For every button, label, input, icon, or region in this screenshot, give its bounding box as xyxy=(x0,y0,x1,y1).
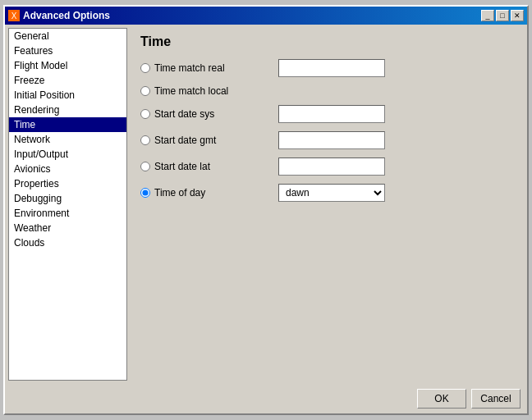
input-start-date-sys[interactable] xyxy=(278,105,385,123)
form-row-time-match-real: Time match real xyxy=(140,59,514,77)
form-area: Time match real Time match local Start xyxy=(140,59,514,202)
sidebar: General Features Flight Model Freeze Ini… xyxy=(8,28,127,381)
sidebar-item-avionics[interactable]: Avionics xyxy=(9,162,126,176)
radio-start-date-sys[interactable] xyxy=(140,109,150,119)
radio-label-start-date-lat[interactable]: Start date lat xyxy=(140,161,272,172)
input-start-date-gmt[interactable] xyxy=(278,131,385,149)
close-button[interactable]: ✕ xyxy=(511,10,524,21)
radio-label-time-match-local[interactable]: Time match local xyxy=(140,85,272,97)
select-time-of-day[interactable]: dawn morning noon afternoon dusk evening… xyxy=(278,184,385,202)
radio-start-date-lat[interactable] xyxy=(140,162,150,171)
radio-label-start-date-sys[interactable]: Start date sys xyxy=(140,108,272,120)
sidebar-item-time[interactable]: Time xyxy=(9,117,126,132)
sidebar-item-rendering[interactable]: Rendering xyxy=(9,103,126,117)
radio-start-date-gmt[interactable] xyxy=(140,135,150,145)
window-icon: X xyxy=(8,10,20,21)
title-buttons: _ □ ✕ xyxy=(481,10,524,21)
footer: OK Cancel xyxy=(5,384,527,413)
form-row-start-date-sys: Start date sys xyxy=(140,105,514,123)
title-bar-left: X Advanced Options xyxy=(8,10,110,21)
cancel-button[interactable]: Cancel xyxy=(471,389,521,409)
sidebar-item-debugging[interactable]: Debugging xyxy=(9,191,126,206)
radio-time-of-day[interactable] xyxy=(140,188,150,198)
input-start-date-lat[interactable] xyxy=(278,158,385,176)
form-row-start-date-lat: Start date lat xyxy=(140,158,514,176)
sidebar-item-network[interactable]: Network xyxy=(9,132,126,147)
title-bar: X Advanced Options _ □ ✕ xyxy=(5,7,527,25)
sidebar-item-features[interactable]: Features xyxy=(9,43,126,58)
radio-time-match-local[interactable] xyxy=(140,86,150,96)
sidebar-item-clouds[interactable]: Clouds xyxy=(9,235,126,250)
sidebar-item-input-output[interactable]: Input/Output xyxy=(9,147,126,162)
advanced-options-window: X Advanced Options _ □ ✕ General Feature… xyxy=(3,5,529,415)
form-row-time-match-local: Time match local xyxy=(140,85,514,97)
sidebar-item-weather[interactable]: Weather xyxy=(9,221,126,235)
ok-button[interactable]: OK xyxy=(417,389,466,409)
content-area: Time Time match real Time match local xyxy=(131,28,524,381)
window-body: General Features Flight Model Freeze Ini… xyxy=(5,25,527,384)
sidebar-item-flight-model[interactable]: Flight Model xyxy=(9,58,126,73)
minimize-button[interactable]: _ xyxy=(481,10,494,21)
radio-label-time-of-day[interactable]: Time of day xyxy=(140,187,272,199)
radio-time-match-real[interactable] xyxy=(140,63,150,73)
sidebar-item-freeze[interactable]: Freeze xyxy=(9,73,126,88)
sidebar-item-properties[interactable]: Properties xyxy=(9,176,126,191)
maximize-button[interactable]: □ xyxy=(496,10,509,21)
sidebar-item-environment[interactable]: Environment xyxy=(9,206,126,221)
window-title: Advanced Options xyxy=(23,10,110,21)
content-title: Time xyxy=(140,34,514,49)
sidebar-item-initial-position[interactable]: Initial Position xyxy=(9,88,126,103)
radio-label-time-match-real[interactable]: Time match real xyxy=(140,62,272,74)
form-row-start-date-gmt: Start date gmt xyxy=(140,131,514,149)
form-row-time-of-day: Time of day dawn morning noon afternoon … xyxy=(140,184,514,202)
input-time-match-real[interactable] xyxy=(278,59,385,77)
radio-label-start-date-gmt[interactable]: Start date gmt xyxy=(140,135,272,146)
sidebar-item-general[interactable]: General xyxy=(9,29,126,43)
